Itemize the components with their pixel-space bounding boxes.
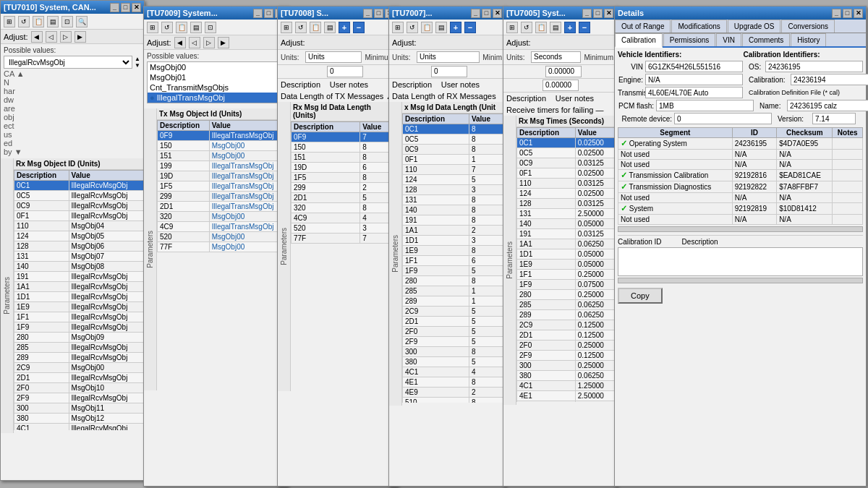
pv-item-3[interactable]: IllegalTransMsgObj: [148, 93, 284, 103]
adj2-3[interactable]: ▷: [203, 37, 215, 48]
table-row[interactable]: 1408: [403, 205, 505, 215]
tb2-5[interactable]: ⊡: [205, 22, 216, 33]
table-row[interactable]: 1A10.06250: [517, 239, 616, 249]
table-row[interactable]: 3000.25000: [517, 361, 616, 371]
trans-input[interactable]: [645, 87, 743, 98]
mini-btn-minus-5[interactable]: −: [579, 22, 590, 33]
table-scroll-win2[interactable]: Description Value 0F9IllegalTransMsgObj1…: [157, 120, 287, 252]
table-row[interactable]: 1312.50000: [517, 209, 616, 219]
pv-item-1[interactable]: MsgObj01: [148, 72, 284, 82]
table-row[interactable]: 5108: [403, 398, 505, 403]
second-value[interactable]: 0.00000: [542, 80, 579, 91]
mini-btn-minus-4[interactable]: −: [464, 22, 476, 33]
table-row[interactable]: 2F95: [403, 337, 505, 347]
table-row[interactable]: 2F05: [403, 327, 505, 337]
adj2-4[interactable]: ▶: [218, 37, 229, 48]
mini-btn-plus-4[interactable]: +: [450, 22, 461, 33]
table-row[interactable]: 151MsgObj00: [158, 151, 287, 161]
table-row[interactable]: 1F95: [403, 266, 505, 276]
table-row[interactable]: 5203: [292, 223, 397, 234]
scroll-down[interactable]: ▼: [134, 62, 141, 69]
table-row[interactable]: 0C1IllegalRcvMsgObj: [14, 181, 144, 191]
maximize-btn-3[interactable]: □: [374, 9, 383, 18]
table-row[interactable]: 2C90.12500: [517, 320, 616, 330]
table-row[interactable]: 1F1IllegalRcvMsgObj: [14, 312, 144, 322]
seg-scrollbar[interactable]: [618, 226, 863, 232]
table-row[interactable]: 2D10.12500: [517, 330, 616, 341]
minimize-btn-3[interactable]: _: [363, 9, 373, 18]
table-row[interactable]: 1E98: [403, 246, 505, 256]
table-row[interactable]: 2F00.25000: [517, 341, 616, 351]
tb2-2[interactable]: ↺: [161, 22, 173, 33]
table-row[interactable]: 0C18: [403, 124, 505, 134]
close-btn-det[interactable]: ✕: [854, 9, 863, 18]
tab-conversions[interactable]: Conversions: [781, 20, 835, 33]
table-row[interactable]: 4C11.25000: [517, 381, 616, 391]
tb3-2[interactable]: ↺: [295, 22, 307, 33]
minimize-btn-4[interactable]: _: [471, 9, 480, 18]
table-row[interactable]: 1F58: [292, 173, 397, 183]
table-row[interactable]: 1D13: [403, 236, 505, 246]
table-row[interactable]: 0F10.02500: [517, 168, 616, 179]
table-row[interactable]: 2F90.12500: [517, 351, 616, 361]
tab-upgrade-os[interactable]: Upgrade OS: [728, 20, 781, 33]
maximize-btn[interactable]: □: [121, 3, 130, 12]
table-row[interactable]: 520MsgObj00: [158, 232, 287, 242]
minimize-btn[interactable]: _: [110, 3, 119, 12]
table-row[interactable]: 1318: [403, 195, 505, 205]
table-row[interactable]: 1A12: [403, 226, 505, 236]
pcm-input[interactable]: [656, 100, 754, 111]
table-row[interactable]: 2808: [403, 276, 505, 286]
calibration-input[interactable]: [791, 74, 868, 85]
table-row[interactable]: 2851: [403, 286, 505, 296]
table-row[interactable]: 3805: [403, 357, 505, 367]
table-row[interactable]: 110MsgObj04: [14, 221, 144, 231]
tb5-4[interactable]: ▤: [550, 22, 561, 33]
table-row[interactable]: 0C5IllegalRcvMsgObj: [14, 191, 144, 201]
tab-vin[interactable]: VIN: [716, 33, 741, 46]
minimize-btn-2[interactable]: _: [253, 9, 263, 18]
table-row[interactable]: 0F11: [403, 155, 505, 165]
table-row[interactable]: 1F10.25000: [517, 270, 616, 280]
tab-modifications[interactable]: Modifications: [671, 20, 726, 33]
minimize-btn-5[interactable]: _: [582, 9, 592, 18]
table-row[interactable]: 2D15: [403, 317, 505, 327]
table-row[interactable]: 191IllegalRcvMsgObj: [14, 272, 144, 282]
possible-values-dropdown[interactable]: IllegalRcvMsgObj: [4, 56, 132, 69]
table-row[interactable]: 1D1IllegalRcvMsgObj: [14, 292, 144, 302]
table-row[interactable]: 2D1IllegalRcvMsgObj: [14, 373, 144, 383]
table-row[interactable]: 199IllegalTransMsgObj: [158, 161, 287, 171]
table-row[interactable]: 1280.03125: [517, 199, 616, 209]
table-row[interactable]: 4C94: [292, 213, 397, 223]
table-row[interactable]: 1D10.05000: [517, 249, 616, 260]
segment-row[interactable]: ✓ System92192819$10D81412: [618, 203, 863, 215]
table-row[interactable]: 380MsgObj12: [14, 414, 144, 424]
min-value-3[interactable]: 0: [327, 66, 363, 77]
mini-btn-plus-5[interactable]: +: [564, 22, 576, 33]
table-row[interactable]: 0F97: [292, 132, 397, 142]
table-row[interactable]: 3800.06250: [517, 371, 616, 381]
table-row[interactable]: 1245: [403, 175, 505, 185]
table-row[interactable]: 2F9IllegalRcvMsgObj: [14, 393, 144, 403]
toolbar-btn-4[interactable]: ▤: [47, 16, 59, 27]
tb5-3[interactable]: 📋: [535, 22, 547, 33]
table-row[interactable]: 4C1IllegalRcvMsgObj: [14, 424, 144, 431]
tab-calibration[interactable]: Calibration: [615, 33, 663, 48]
table-scroll-win5[interactable]: Description Value 0C10.025000C50.025000C…: [516, 127, 616, 402]
table-row[interactable]: 1518: [292, 153, 397, 163]
table-row[interactable]: 19D6: [292, 163, 397, 173]
toolbar-btn-6[interactable]: 🔍: [76, 16, 88, 27]
adj-btn-2[interactable]: ◁: [46, 31, 57, 43]
tb2-1[interactable]: ⊞: [147, 22, 158, 33]
adj-btn-4[interactable]: ▶: [75, 31, 86, 43]
table-scroll-win1[interactable]: Description Value 0C1IllegalRcvMsgObj0C5…: [14, 170, 144, 430]
table-row[interactable]: 4C14: [403, 367, 505, 377]
table-row[interactable]: 1F9IllegalRcvMsgObj: [14, 322, 144, 333]
table-row[interactable]: 289IllegalRcvMsgObj: [14, 353, 144, 363]
segment-row[interactable]: ✓ Transmission Diagnostics92192822$7A8FF…: [618, 181, 863, 193]
table-row[interactable]: 2850.06250: [517, 300, 616, 310]
tab-comments[interactable]: Comments: [742, 33, 790, 46]
table-row[interactable]: 285IllegalRcvMsgObj: [14, 343, 144, 353]
table-row[interactable]: 19DIllegalTransMsgObj: [158, 171, 287, 181]
table-row[interactable]: 77F7: [292, 234, 397, 244]
